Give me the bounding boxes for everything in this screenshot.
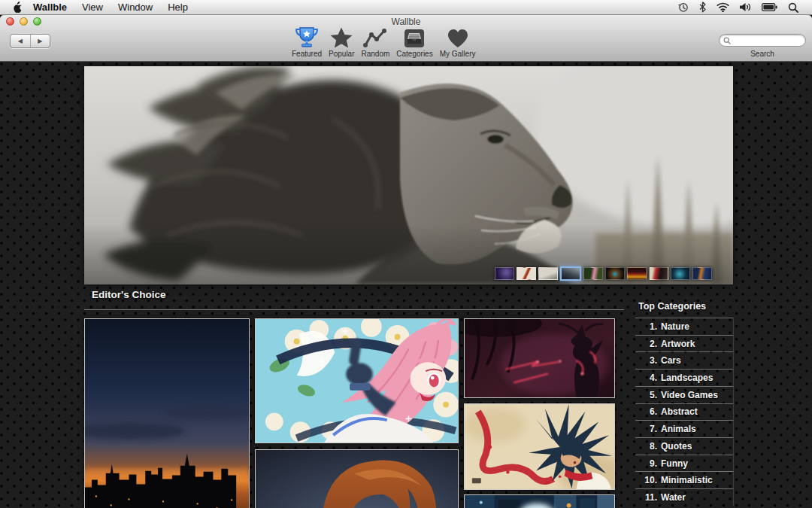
- section-title-editors-choice: Editor's Choice: [92, 289, 165, 300]
- toolbar-label: My Gallery: [440, 50, 476, 58]
- wallpaper-card-blue-hair-girl[interactable]: [464, 403, 615, 490]
- menu-bar: Wallble View Window Help: [0, 0, 812, 15]
- search-field[interactable]: [719, 34, 806, 47]
- menu-status-icons: [677, 2, 803, 13]
- search-area: Search: [719, 34, 806, 58]
- featured-thumb-1[interactable]: [495, 267, 514, 280]
- window-chrome: Wallble ◀ ▶: [0, 15, 812, 62]
- star-icon: [329, 26, 353, 49]
- wallpaper-card-redhead-portrait[interactable]: [255, 449, 459, 508]
- lion-photo: [84, 66, 733, 284]
- back-button[interactable]: ◀: [11, 35, 31, 47]
- featured-thumb-6[interactable]: [605, 267, 625, 280]
- featured-thumb-7[interactable]: [627, 267, 647, 280]
- search-icon: [723, 37, 731, 44]
- menu-item-window[interactable]: Window: [111, 0, 160, 15]
- wallpaper-card-dark-demon[interactable]: [464, 318, 615, 398]
- history-nav: ◀ ▶: [10, 34, 50, 48]
- wifi-icon[interactable]: [717, 2, 729, 12]
- search-label: Search: [719, 50, 806, 58]
- featured-thumb-2[interactable]: [517, 267, 536, 280]
- category-item-cars[interactable]: 3.Cars: [635, 351, 733, 369]
- close-button[interactable]: [6, 17, 14, 26]
- wallpaper-card-anime-girl[interactable]: [255, 318, 459, 443]
- volume-icon[interactable]: [740, 2, 751, 12]
- featured-thumb-5[interactable]: [583, 267, 603, 280]
- menu-item-help[interactable]: Help: [160, 0, 195, 15]
- section-title-top-categories: Top Categories: [638, 301, 706, 312]
- featured-thumb-4-selected[interactable]: [560, 266, 581, 281]
- bluetooth-icon[interactable]: [699, 2, 706, 13]
- top-categories-list: 1.Nature 2.Artwork 3.Cars 4.Landscapes 5…: [635, 318, 734, 506]
- category-item-nature[interactable]: 1.Nature: [635, 318, 733, 335]
- window-controls: [6, 17, 41, 26]
- toolbar-label: Categories: [396, 50, 432, 58]
- wallpaper-card-sunset-city[interactable]: [84, 318, 250, 508]
- featured-wallpaper-lion[interactable]: [84, 66, 733, 284]
- category-item-animals[interactable]: 7.Animals: [635, 420, 733, 437]
- spotlight-icon[interactable]: [788, 2, 798, 13]
- time-machine-icon[interactable]: [677, 2, 689, 13]
- category-item-video-games[interactable]: 5.Video Games: [635, 386, 733, 403]
- menu-item-app[interactable]: Wallble: [26, 0, 74, 15]
- featured-thumb-3[interactable]: [538, 267, 558, 280]
- category-item-landscapes[interactable]: 4.Landscapes: [635, 369, 733, 386]
- trophy-icon: [294, 26, 320, 49]
- toolbar-item-my-gallery[interactable]: My Gallery: [440, 26, 476, 58]
- forward-button[interactable]: ▶: [31, 35, 50, 47]
- toolbar: Featured Popular Random: [292, 26, 475, 58]
- menu-item-view[interactable]: View: [74, 0, 111, 15]
- app-window: Wallble ◀ ▶: [0, 15, 812, 508]
- toolbar-item-featured[interactable]: Featured: [292, 26, 322, 58]
- wallpaper-card-industrial-blue[interactable]: [464, 494, 615, 508]
- category-item-abstract[interactable]: 6.Abstract: [635, 403, 733, 421]
- category-item-funny[interactable]: 9.Funny: [635, 455, 733, 472]
- category-item-water[interactable]: 11.Water: [635, 488, 733, 506]
- featured-thumbnail-strip: [495, 266, 712, 281]
- apple-menu-icon[interactable]: [9, 2, 26, 13]
- window-title: Wallble: [0, 15, 812, 27]
- inbox-icon: [402, 26, 426, 49]
- toolbar-item-categories[interactable]: Categories: [396, 26, 432, 58]
- desktop: Wallble View Window Help: [0, 0, 812, 508]
- minimize-button[interactable]: [20, 17, 28, 26]
- category-item-quotes[interactable]: 8.Quotes: [635, 437, 733, 455]
- content-area: Editor's Choice: [0, 62, 812, 508]
- toolbar-item-random[interactable]: Random: [362, 26, 390, 58]
- toolbar-item-popular[interactable]: Popular: [329, 26, 354, 58]
- category-item-minimalistic[interactable]: 10.Minimalistic: [635, 471, 733, 488]
- zoom-button[interactable]: [33, 17, 41, 26]
- random-chart-icon: [362, 26, 388, 49]
- toolbar-label: Popular: [329, 50, 354, 58]
- toolbar-label: Random: [362, 50, 390, 58]
- featured-thumb-8[interactable]: [649, 267, 668, 280]
- section-divider: [84, 309, 624, 310]
- search-input[interactable]: [733, 36, 801, 45]
- category-item-artwork[interactable]: 2.Artwork: [635, 335, 733, 352]
- battery-icon[interactable]: [762, 3, 777, 11]
- featured-thumb-9[interactable]: [671, 267, 690, 280]
- toolbar-label: Featured: [292, 50, 322, 58]
- featured-thumb-10[interactable]: [692, 267, 712, 280]
- heart-icon: [446, 26, 470, 49]
